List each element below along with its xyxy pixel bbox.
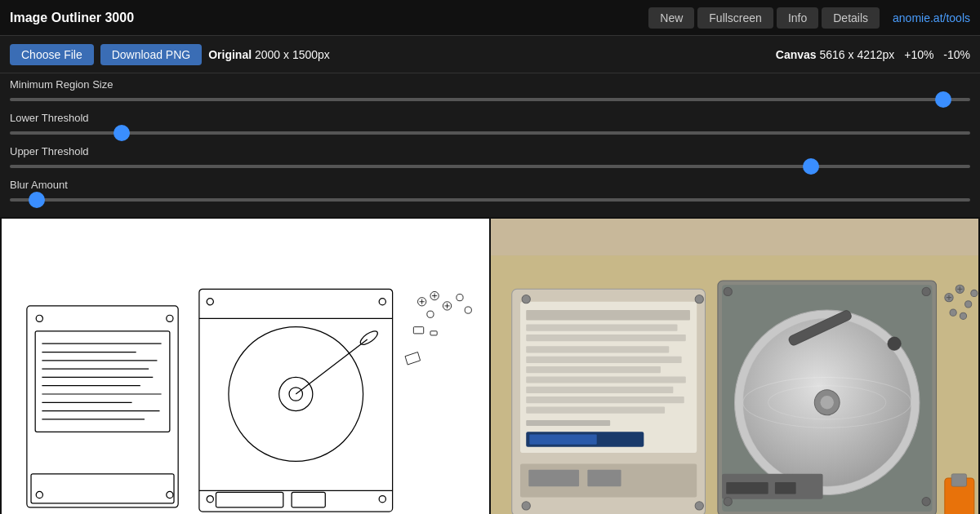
slider-blur-amount[interactable] bbox=[10, 198, 970, 202]
slider-row-blur: Blur Amount bbox=[10, 179, 970, 207]
svg-point-74 bbox=[820, 396, 833, 409]
svg-point-82 bbox=[724, 287, 732, 295]
svg-point-84 bbox=[724, 498, 732, 506]
svg-point-78 bbox=[888, 337, 901, 350]
nav-details-button[interactable]: Details bbox=[822, 7, 880, 29]
svg-point-68 bbox=[695, 502, 703, 510]
nav-info-button[interactable]: Info bbox=[777, 7, 818, 29]
zoom-in-button[interactable]: +10% bbox=[904, 48, 933, 61]
svg-rect-81 bbox=[775, 482, 796, 494]
slider-row-min-region: Minimum Region Size bbox=[10, 78, 970, 107]
svg-rect-55 bbox=[526, 376, 686, 383]
canvas-info: Canvas 5616 x 4212px +10% -10% bbox=[776, 48, 970, 61]
photo-svg bbox=[491, 219, 978, 514]
photo-panel bbox=[491, 219, 978, 514]
canvas-size: 5616 x 4212px bbox=[819, 48, 894, 61]
svg-rect-57 bbox=[526, 397, 684, 403]
svg-rect-61 bbox=[529, 434, 596, 444]
svg-rect-97 bbox=[951, 474, 967, 486]
svg-rect-52 bbox=[526, 346, 669, 352]
svg-point-94 bbox=[971, 290, 978, 296]
svg-point-93 bbox=[950, 309, 956, 316]
original-label: Original bbox=[208, 48, 252, 61]
sliders-section: Minimum Region Size Lower Threshold Uppe… bbox=[0, 73, 980, 217]
canvas-area bbox=[0, 217, 980, 514]
slider-label-upper: Upper Threshold bbox=[10, 145, 970, 157]
choose-file-button[interactable]: Choose File bbox=[10, 44, 94, 65]
slider-label-blur: Blur Amount bbox=[10, 179, 970, 191]
outline-svg bbox=[2, 219, 489, 514]
svg-point-85 bbox=[922, 498, 930, 506]
svg-point-67 bbox=[522, 502, 530, 510]
nav-buttons: New Fullscreen Info Details bbox=[648, 7, 880, 29]
svg-point-83 bbox=[922, 287, 930, 295]
zoom-out-button[interactable]: -10% bbox=[943, 48, 970, 61]
svg-rect-54 bbox=[526, 366, 661, 373]
app-title: Image Outliner 3000 bbox=[10, 11, 648, 25]
svg-point-66 bbox=[695, 295, 703, 304]
slider-row-lower: Lower Threshold bbox=[10, 112, 970, 140]
download-png-button[interactable]: Download PNG bbox=[100, 44, 203, 65]
slider-row-upper: Upper Threshold bbox=[10, 145, 970, 174]
svg-rect-59 bbox=[526, 420, 610, 426]
svg-rect-49 bbox=[526, 310, 690, 320]
svg-rect-51 bbox=[526, 335, 686, 341]
svg-rect-63 bbox=[528, 470, 579, 487]
svg-rect-64 bbox=[587, 470, 621, 487]
outline-panel bbox=[2, 219, 489, 514]
slider-upper-threshold[interactable] bbox=[10, 165, 970, 168]
svg-rect-53 bbox=[526, 357, 681, 363]
nav-new-button[interactable]: New bbox=[648, 7, 694, 29]
svg-rect-0 bbox=[2, 255, 489, 514]
slider-min-region[interactable] bbox=[10, 98, 970, 101]
slider-label-min-region: Minimum Region Size bbox=[10, 78, 970, 91]
svg-rect-58 bbox=[526, 406, 665, 413]
slider-container-min-region bbox=[10, 92, 970, 107]
svg-rect-56 bbox=[526, 387, 673, 393]
slider-label-lower: Lower Threshold bbox=[10, 112, 970, 124]
slider-container-upper bbox=[10, 159, 970, 174]
svg-rect-80 bbox=[726, 482, 768, 494]
external-link[interactable]: anomie.at/tools bbox=[893, 11, 970, 24]
nav-fullscreen-button[interactable]: Fullscreen bbox=[697, 7, 773, 29]
header: Image Outliner 3000 New Fullscreen Info … bbox=[0, 0, 980, 36]
canvas-label: Canvas bbox=[776, 48, 817, 61]
svg-point-95 bbox=[960, 312, 966, 319]
svg-rect-50 bbox=[526, 325, 677, 331]
original-info: Original 2000 x 1500px bbox=[208, 48, 330, 61]
slider-lower-threshold[interactable] bbox=[10, 131, 970, 135]
slider-container-lower bbox=[10, 126, 970, 140]
slider-container-blur bbox=[10, 193, 970, 207]
svg-point-65 bbox=[522, 295, 530, 304]
toolbar: Choose File Download PNG Original 2000 x… bbox=[0, 36, 980, 73]
original-size: 2000 x 1500px bbox=[255, 48, 330, 61]
svg-point-92 bbox=[965, 301, 972, 308]
